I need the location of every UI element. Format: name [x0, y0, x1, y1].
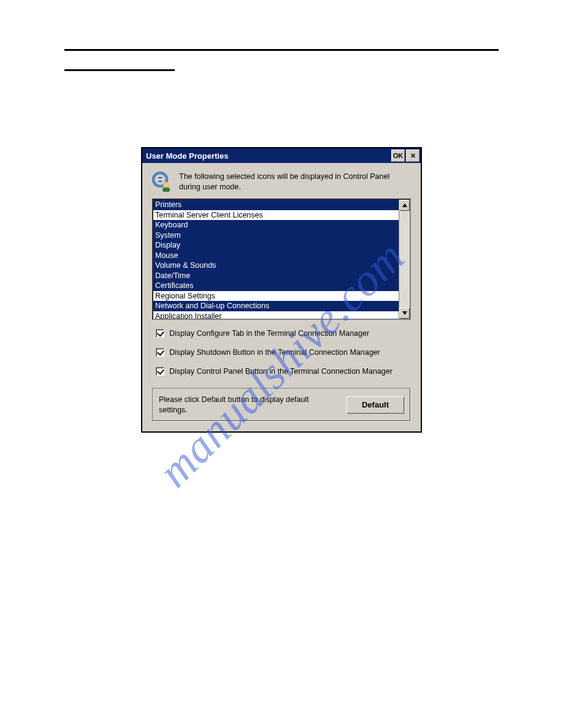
list-item[interactable]: Mouse — [153, 251, 399, 261]
scroll-track[interactable] — [399, 211, 410, 308]
list-item[interactable]: Application Installer — [153, 311, 399, 319]
ok-button[interactable]: OK — [391, 150, 405, 162]
checkbox-row: Display Control Panel Button in the Term… — [156, 366, 407, 377]
svg-marker-6 — [402, 203, 407, 207]
list-item[interactable]: Certificates — [153, 281, 399, 291]
checkbox[interactable] — [156, 329, 164, 338]
list-item[interactable]: Regional Settings — [153, 291, 399, 301]
scroll-up-button[interactable] — [399, 200, 410, 211]
icon-listbox[interactable]: PrintersTerminal Server Client LicensesK… — [152, 199, 411, 320]
checkbox[interactable] — [156, 348, 164, 357]
list-item[interactable]: Date/Time — [153, 271, 399, 281]
default-hint-text: Please click Default button to display d… — [159, 395, 337, 415]
close-button[interactable]: ✕ — [406, 150, 419, 162]
user-gear-icon — [152, 172, 173, 192]
list-item[interactable]: Terminal Server Client Licenses — [153, 210, 399, 221]
list-item[interactable]: Volume & Sounds — [153, 260, 399, 271]
checkbox-row: Display Configure Tab in the Terminal Co… — [156, 328, 407, 339]
list-item[interactable]: Network and Dial-up Connections — [153, 301, 399, 311]
list-item[interactable]: Display — [153, 240, 399, 251]
checkbox-label: Display Shutdown Button in the Terminal … — [169, 347, 380, 358]
checkbox[interactable] — [156, 367, 164, 376]
list-item[interactable]: Printers — [153, 200, 399, 210]
svg-rect-5 — [163, 188, 170, 192]
list-item[interactable]: Keyboard — [153, 220, 399, 230]
intro-text: The following selected icons will be dis… — [179, 172, 397, 192]
default-settings-group: Please click Default button to display d… — [152, 388, 411, 422]
svg-rect-2 — [158, 177, 162, 178]
checkbox-row: Display Shutdown Button in the Terminal … — [156, 347, 407, 358]
scroll-down-button[interactable] — [399, 308, 410, 319]
checkbox-label: Display Configure Tab in the Terminal Co… — [169, 328, 369, 339]
user-mode-properties-dialog: User Mode Properties OK ✕ The following … — [141, 147, 422, 433]
list-item[interactable]: System — [153, 230, 399, 241]
default-button[interactable]: Default — [347, 396, 404, 414]
window-title: User Mode Properties — [146, 151, 390, 161]
svg-rect-3 — [158, 181, 162, 182]
scrollbar[interactable] — [399, 200, 410, 319]
checkbox-label: Display Control Panel Button in the Term… — [169, 366, 393, 377]
svg-point-4 — [163, 182, 169, 188]
page-top-rule — [64, 49, 499, 51]
section-underline — [64, 69, 175, 71]
titlebar: User Mode Properties OK ✕ — [142, 148, 421, 163]
svg-marker-7 — [402, 311, 407, 315]
